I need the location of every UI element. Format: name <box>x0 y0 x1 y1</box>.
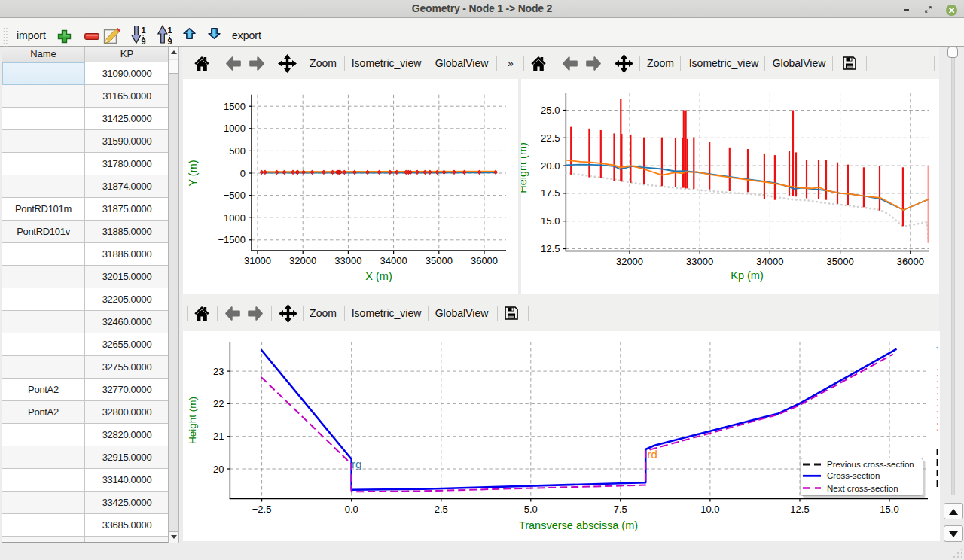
svg-text:2.5: 2.5 <box>435 504 448 515</box>
svg-text:−2.5: −2.5 <box>252 504 272 515</box>
svg-text:rg: rg <box>352 458 362 470</box>
svg-text:1500: 1500 <box>224 101 246 112</box>
svg-text:1: 1 <box>142 26 146 35</box>
svg-text:15.0: 15.0 <box>880 504 898 515</box>
svg-text:34000: 34000 <box>380 255 407 266</box>
svg-text:9: 9 <box>142 37 146 45</box>
svg-text:23: 23 <box>213 366 224 377</box>
svg-text:32000: 32000 <box>616 256 643 267</box>
svg-text:1000: 1000 <box>224 123 246 134</box>
svg-text:500: 500 <box>229 145 246 157</box>
svg-text:7.5: 7.5 <box>614 504 627 515</box>
svg-text:22.5: 22.5 <box>541 132 560 144</box>
svg-text:Height (m): Height (m) <box>187 397 198 444</box>
svg-text:17.5: 17.5 <box>541 187 560 199</box>
svg-text:Cross-section: Cross-section <box>827 471 880 480</box>
svg-text:9: 9 <box>168 37 172 45</box>
svg-text:0: 0 <box>240 168 246 179</box>
svg-text:Next cross-section: Next cross-section <box>827 484 898 493</box>
svg-text:21: 21 <box>213 431 224 442</box>
svg-text:25.0: 25.0 <box>541 105 560 116</box>
svg-text:Previous cross-section: Previous cross-section <box>827 460 914 469</box>
svg-text:35000: 35000 <box>426 255 453 266</box>
svg-text:31000: 31000 <box>244 255 271 266</box>
svg-text:12.5: 12.5 <box>541 243 560 254</box>
svg-text:10.0: 10.0 <box>700 504 719 515</box>
svg-text:32000: 32000 <box>289 255 316 266</box>
svg-text:36000: 36000 <box>471 255 498 266</box>
svg-text:−1500: −1500 <box>218 234 246 245</box>
svg-text:0.0: 0.0 <box>345 504 358 515</box>
svg-text:33000: 33000 <box>334 255 362 266</box>
svg-text:5.0: 5.0 <box>524 504 538 515</box>
svg-text:1: 1 <box>168 26 172 35</box>
svg-text:Kp (m): Kp (m) <box>731 269 764 282</box>
svg-text:−500: −500 <box>224 190 246 201</box>
svg-text:Height (m): Height (m) <box>521 142 529 193</box>
svg-text:20.0: 20.0 <box>541 160 560 172</box>
svg-text:22: 22 <box>213 398 224 409</box>
svg-text:20: 20 <box>213 464 224 475</box>
svg-text:Y (m): Y (m) <box>187 160 199 186</box>
svg-text:12.5: 12.5 <box>790 504 809 515</box>
svg-text:36000: 36000 <box>897 256 924 267</box>
svg-text:X (m): X (m) <box>365 270 392 282</box>
svg-text:33000: 33000 <box>686 256 713 267</box>
svg-text:rd: rd <box>648 448 657 461</box>
svg-text:Transverse abscissa (m): Transverse abscissa (m) <box>519 519 638 531</box>
svg-text:15.0: 15.0 <box>541 215 560 227</box>
svg-text:−1000: −1000 <box>218 212 246 224</box>
svg-text:34000: 34000 <box>756 256 783 267</box>
svg-text:35000: 35000 <box>827 256 854 267</box>
